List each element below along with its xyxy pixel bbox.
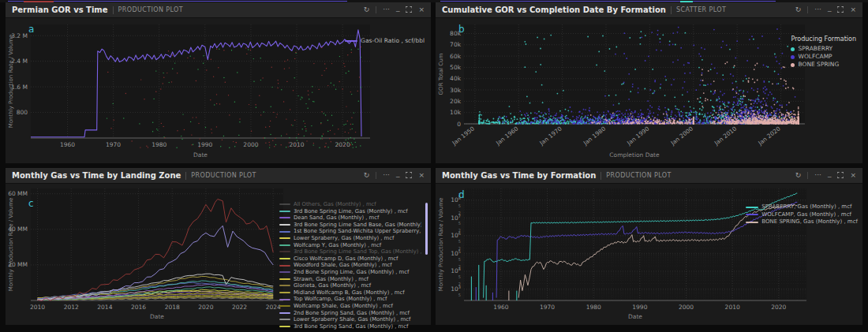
legend-item[interactable]: Wolfcamp Y, Gas (Monthly) , mcf [279,242,421,249]
svg-text:105: 105 [451,249,461,257]
svg-text:40k: 40k [450,75,462,82]
refresh-icon[interactable]: ↻ [364,6,370,13]
chart-area-permian-gor[interactable]: 19601970198019902000201020203.2 M2.4 M1.… [6,18,431,163]
legend-swatch [746,222,758,223]
legend-item[interactable]: 3rd Bone Spring Lime Sand Top, Gas (Mont… [279,248,421,256]
legend-swatch [279,271,290,273]
legend-item[interactable]: Dean Sand, Gas (Monthly) , mcf [279,214,421,222]
legend-item[interactable]: Wolfcamp Shale, Gas (Monthly) , mcf [279,303,421,310]
legend-item[interactable]: Strawn, Gas (Monthly) , mcf [279,276,421,283]
panel-permian-gor: Permian GOR vs Time PRODUCTION PLOT ↻ ··… [6,2,431,163]
panel-subtitle: SCATTER PLOT [676,6,726,13]
svg-text:5: 5 [458,239,461,244]
minimize-icon[interactable]: _ [396,5,400,12]
legend-item[interactable]: WOLFCAMP [791,53,856,61]
legend-label: SPRABERRY, Gas (Monthly) , mcf [761,203,851,211]
legend-title: Producing Formation [791,35,856,43]
minimize-icon[interactable]: _ [396,170,400,177]
legend-item[interactable]: 2nd Bone Spring Lime, Gas (Monthly) , mc… [279,269,421,276]
svg-text:1970: 1970 [106,141,121,148]
legend-item[interactable]: SPRABERRY, Gas (Monthly) , mcf [746,203,858,211]
plot-letter-c: c [28,198,34,209]
expand-icon[interactable] [406,6,412,14]
chart-area-cum-gor[interactable]: Jan 1950Jan 1960Jan 1970Jan 1980Jan 1990… [436,18,862,163]
legend-label: 3rd Bone Spring Sand, Gas (Monthly) , mc… [294,323,408,330]
legend-item[interactable]: Top Wolfcamp, Gas (Monthly) , mcf [279,296,421,303]
legend-label: WOLFCAMP [798,53,832,61]
legend-scrollbar[interactable] [425,203,428,255]
legend-item[interactable]: All Others, Gas (Monthly) , mcf [279,201,421,208]
legend-item[interactable]: 2nd Bone Spring Sand, Gas (Monthly) , mc… [279,310,421,317]
legend-item[interactable]: BONE SPRING [791,61,856,69]
svg-text:Date: Date [193,151,208,159]
expand-icon[interactable] [837,172,844,180]
legend-item[interactable]: BONE SPRING, Gas (Monthly) , mcf [746,218,858,226]
svg-text:Jan 1970: Jan 1970 [537,125,563,147]
chart-area-formation[interactable]: 1960197019801990200020102020210852107521… [436,184,862,325]
svg-text:2016: 2016 [131,304,146,311]
svg-text:10k: 10k [450,109,462,116]
legend-item[interactable]: Woodford Shale, Gas (Monthly) , mcf [279,262,421,269]
legend-item[interactable]: 3rd Bone Spring Lime Sand Base, Gas (Mon… [279,222,421,229]
legend-label: All Others, Gas (Monthly) , mcf [294,201,376,208]
panel-toolbar: ↻ ··· _ × [795,172,856,180]
legend-item[interactable]: SPRABERRY [791,45,856,53]
svg-text:Date: Date [150,313,164,320]
legend-item[interactable]: Lower Spraberry Shale, Gas (Monthly) , m… [279,316,421,323]
refresh-icon[interactable]: ↻ [795,172,802,179]
more-icon[interactable]: ··· [814,6,821,13]
more-icon[interactable]: ··· [383,6,390,13]
legend-swatch [279,292,290,293]
close-icon[interactable]: × [850,172,856,179]
legend-swatch [791,55,795,59]
more-icon[interactable]: ··· [814,172,821,179]
legend-swatch [279,251,290,252]
legend-item[interactable]: 3rd Bone Spring Lime, Gas (Monthly) , mc… [279,208,421,215]
legend-gor: Gas-Oil Ratio , scf/bbl [345,37,425,44]
legend-swatch [279,312,290,314]
legend-label: WOLFCAMP, Gas (Monthly) , mcf [761,211,851,219]
legend-item[interactable]: Gas-Oil Ratio , scf/bbl [345,37,425,44]
svg-text:2022: 2022 [232,304,247,311]
svg-text:Jan 1990: Jan 1990 [625,125,651,147]
legend-label: 1st Bone Spring Sand-Wichita Upper Sprab… [294,228,421,235]
svg-text:103: 103 [451,285,461,293]
svg-text:Jan 2000: Jan 2000 [669,125,695,147]
toolbar-divider [807,172,808,179]
refresh-icon[interactable]: ↻ [364,172,370,179]
svg-text:1990: 1990 [632,304,647,311]
chart-area-landing-zone[interactable]: 2010201220142016201820202022202460 MM40 … [6,184,431,325]
legend-label: 3rd Bone Spring Lime, Gas (Monthly) , mc… [294,208,408,215]
legend-item[interactable]: Cisco Wolfcamp D, Gas (Monthly) , mcf [279,256,421,263]
minimize-icon[interactable]: _ [828,170,832,177]
legend-label: Woodford Shale, Gas (Monthly) , mcf [294,262,392,269]
panel-cum-gor-scatter: Cumulative GOR vs Completion Date By For… [436,2,862,163]
refresh-icon[interactable]: ↻ [795,6,802,13]
expand-icon[interactable] [406,172,412,180]
panel-title: Permian GOR vs Time [12,6,108,14]
legend-item[interactable]: Glorieta, Gas (Monthly) , mcf [279,282,421,289]
more-icon[interactable]: ··· [383,172,390,179]
svg-text:0: 0 [457,121,461,128]
svg-text:Monthly Production Rate / Volu: Monthly Production Rate / Volume [8,35,14,129]
close-icon[interactable]: × [850,6,856,13]
legend-label: Midland Wolfcamp B, Gas (Monthly) , mcf [294,289,405,297]
legend-swatch [279,305,290,307]
legend-item[interactable]: Midland Wolfcamp B, Gas (Monthly) , mcf [279,289,421,297]
panel-title: Monthly Gas vs Time by Landing Zone [12,171,181,180]
panel-title: Cumulative GOR vs Completion Date By For… [442,6,666,14]
close-icon[interactable]: × [418,172,425,179]
expand-icon[interactable] [837,6,844,14]
legend-label: Strawn, Gas (Monthly) , mcf [294,276,369,283]
legend-item[interactable]: WOLFCAMP, Gas (Monthly) , mcf [746,211,858,219]
toolbar-divider [807,6,808,13]
minimize-icon[interactable]: _ [828,5,832,12]
panel-toolbar: ↻ ··· _ × [364,172,425,180]
panel-subtitle: PRODUCTION PLOT [191,172,256,179]
legend-item[interactable]: 3rd Bone Spring Sand, Gas (Monthly) , mc… [279,323,421,330]
close-icon[interactable]: × [418,6,425,13]
svg-text:Monthly Production Rate / Volu: Monthly Production Rate / Volume [8,198,14,292]
legend-item[interactable]: 1st Bone Spring Sand-Wichita Upper Sprab… [279,228,421,235]
legend-item[interactable]: Lower Spraberry, Gas (Monthly) , mcf [279,235,421,242]
svg-text:60k: 60k [450,53,462,60]
